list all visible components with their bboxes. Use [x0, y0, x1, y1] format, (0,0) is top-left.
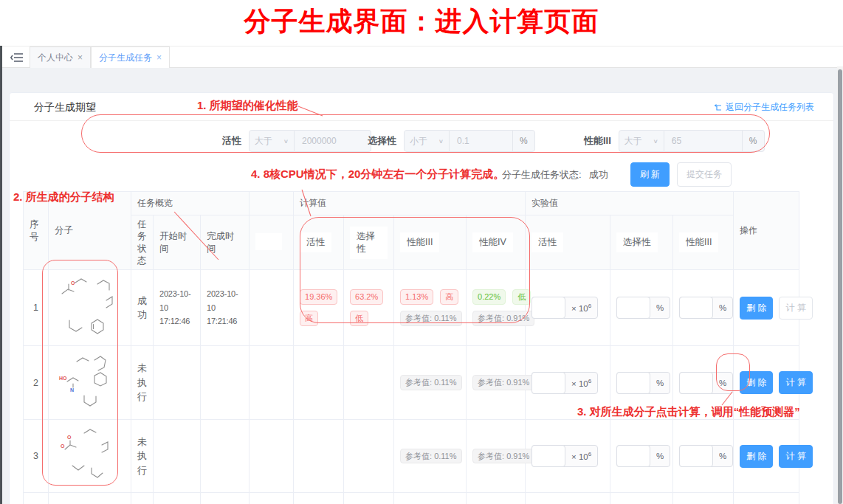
perf4-reference-tag: 参考值: 0.91%	[472, 311, 534, 326]
exp-selectivity-cell: %	[610, 346, 673, 420]
tab-label: 个人中心	[38, 52, 73, 64]
exp-selectivity-input[interactable]	[616, 297, 650, 319]
header-group-blank	[250, 192, 294, 215]
exp-selectivity-cell: %	[610, 420, 673, 493]
selectivity-operator-select[interactable]: 小于 ∨	[404, 130, 450, 152]
percent-suffix: %	[650, 452, 670, 460]
header-action: 操作	[734, 192, 799, 270]
row-index: 1	[24, 270, 49, 346]
svg-text:HO: HO	[59, 376, 67, 381]
svg-text:O: O	[71, 280, 75, 286]
calc-perf3-cell: 参考值: 0.11%	[394, 346, 467, 420]
percent-suffix: %	[512, 130, 535, 152]
exp-activity-cell: × 106	[526, 420, 610, 493]
calc-perf4-cell	[467, 493, 526, 504]
exp-activity-input[interactable]	[531, 445, 565, 467]
exp-perf3-cell: %	[673, 346, 734, 420]
exp-perf3-input[interactable]	[679, 297, 713, 319]
delete-button[interactable]: 删 除	[740, 445, 773, 468]
calc-perf4-cell: 0.22% 低 参考值: 0.91%	[467, 270, 526, 346]
table-row: 2 HO N 未执行	[24, 346, 799, 420]
field-activity: 活性 大于 ∨ 2000000	[222, 130, 371, 152]
exp-selectivity-input[interactable]	[616, 372, 650, 394]
molecule-structure	[58, 500, 123, 504]
molecule-cell: O	[49, 270, 131, 346]
delete-button[interactable]: 删 除	[740, 297, 773, 320]
blank-cell	[250, 493, 294, 504]
page-title: 分子生成界面：进入计算页面	[244, 4, 599, 40]
start-time-cell	[154, 420, 201, 493]
submit-task-button[interactable]: 提交任务	[677, 162, 732, 187]
perf4-reference-tag: 参考值: 0.91%	[472, 449, 534, 464]
task-state-cell: 未执行	[131, 346, 154, 420]
calculate-button[interactable]: 计 算	[779, 445, 812, 468]
header-calc-perf3: 性能III	[394, 215, 467, 270]
blank-cell	[250, 420, 294, 493]
perf3-reference-tag: 参考值: 0.11%	[400, 449, 462, 464]
perf3-value-input[interactable]: 65	[664, 130, 743, 152]
calc-activity-cell	[294, 346, 344, 420]
calculate-button[interactable]: 计 算	[779, 371, 812, 394]
header-task-state: 任务状态	[131, 215, 154, 270]
calc-perf3-cell	[394, 493, 467, 504]
tab-molecule-generation-task[interactable]: 分子生成任务 ×	[91, 46, 170, 68]
row-index: 2	[24, 346, 49, 420]
activity-value-input[interactable]: 2000000	[295, 130, 371, 152]
start-time-cell: 2023-10-10 17:12:46	[154, 270, 201, 346]
perf3-reference-tag: 参考值: 0.11%	[400, 311, 462, 326]
perf3-level-tag: 高	[440, 289, 458, 305]
start-time-cell	[154, 493, 201, 504]
task-state-cell: 成功	[131, 270, 154, 346]
back-to-task-list-link[interactable]: 返回分子生成任务列表	[714, 93, 814, 121]
close-icon[interactable]: ×	[78, 52, 83, 63]
perf4-reference-tag: 参考值: 0.91%	[472, 375, 534, 390]
activity-value-tag: 19.36%	[300, 289, 337, 305]
header-group-calc: 计算值	[294, 192, 526, 215]
tab-list: 个人中心 × 分子生成任务 ×	[30, 46, 170, 68]
header-exp-selectivity: 选择性	[610, 215, 673, 270]
activity-operator-select[interactable]: 大于 ∨	[249, 130, 295, 152]
exp-perf3-cell: %	[673, 420, 734, 493]
exp-activity-input[interactable]	[531, 297, 565, 319]
row-index: 3	[24, 420, 49, 493]
exp-selectivity-input[interactable]	[616, 445, 650, 467]
field-perf3: 性能III 大于 ∨ 65 %	[584, 130, 765, 152]
end-time-cell	[201, 420, 250, 493]
times-ten-power-suffix: × 106	[565, 451, 597, 461]
perf3-reference-tag: 参考值: 0.11%	[400, 375, 462, 390]
tab-personal-center[interactable]: 个人中心 ×	[30, 46, 91, 68]
delete-button[interactable]: 删 除	[740, 371, 773, 394]
action-cell: 删 除 计 算	[734, 420, 799, 493]
molecule-cell: HO N	[49, 346, 131, 420]
calc-activity-cell	[294, 420, 344, 493]
exp-activity-input[interactable]	[531, 372, 565, 394]
exp-activity-cell: × 106	[526, 346, 610, 420]
close-icon[interactable]: ×	[156, 52, 162, 63]
times-ten-power-suffix: × 106	[565, 303, 597, 313]
perf3-operator-select[interactable]: 大于 ∨	[619, 130, 664, 152]
molecule-cell	[49, 493, 131, 504]
svg-text:O: O	[61, 443, 65, 449]
scrollbar-thumb[interactable]	[838, 69, 842, 504]
blank-cell	[250, 270, 294, 346]
field-selectivity: 选择性 小于 ∨ 0.1 %	[368, 130, 535, 152]
exp-perf3-input[interactable]	[679, 445, 713, 467]
header-calc-perf4: 性能IV	[467, 215, 526, 270]
field-label: 选择性	[368, 134, 396, 148]
header-exp-perf3: 性能III	[673, 215, 734, 270]
calc-activity-cell: 19.36% 高	[294, 270, 344, 346]
calculate-button[interactable]: 计 算	[779, 297, 812, 320]
header-molecule: 分子	[49, 192, 131, 270]
chevron-down-icon: ∨	[283, 138, 289, 145]
perf4-value-tag: 0.22%	[472, 289, 506, 305]
selectivity-value-input[interactable]: 0.1	[450, 130, 513, 152]
refresh-button[interactable]: 刷 新	[630, 162, 670, 187]
percent-suffix: %	[742, 130, 765, 152]
chevron-down-icon: ∨	[438, 138, 444, 145]
percent-suffix: %	[713, 303, 732, 312]
header-group-exp: 实验值	[526, 192, 734, 215]
exp-activity-cell: × 106	[526, 270, 610, 346]
percent-suffix: %	[713, 452, 732, 460]
menu-fold-icon[interactable]	[10, 52, 24, 63]
exp-perf3-input[interactable]	[679, 372, 713, 394]
